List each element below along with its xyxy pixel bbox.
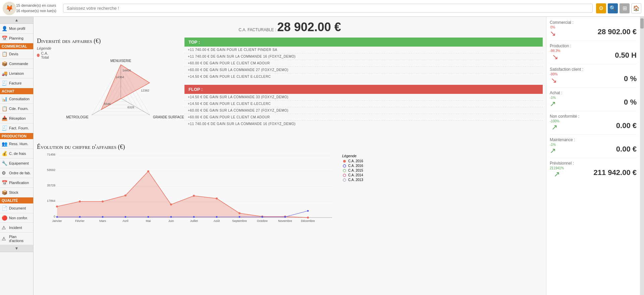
top-header: TOP : (184, 38, 543, 47)
sidebar-item-planification[interactable]: 📅 Planification (0, 178, 33, 188)
kpi-maintenance: Maintenance : -1% ↗ 0.00 € (550, 137, 637, 158)
kpi-production-trend: -98.3% ↘ (550, 49, 560, 61)
svg-point-37 (238, 212, 240, 214)
stock-icon: 📦 (2, 190, 8, 195)
svg-text:Septembre: Septembre (232, 219, 247, 223)
top-item-5: +14.50 € DE GAIN POUR LE CLIENT E-LECLER… (184, 73, 543, 80)
radar-legend-label: Légende (37, 46, 54, 50)
sidebar-label-stock: Stock (9, 190, 18, 194)
kpi-previsionnel-row: 211941% ↗ 211 942.00 € (550, 166, 637, 179)
kpi-production-pct: -98.3% (550, 49, 560, 53)
right-scrollbar[interactable] (640, 17, 644, 295)
sidebar-item-reception[interactable]: 📥 Réception (0, 114, 33, 123)
scrollbar-thumb[interactable] (640, 18, 644, 28)
legend-ca2015: C.A. 2015 (342, 169, 363, 172)
sidebar-item-equipement[interactable]: 🔧 Equipement (0, 159, 33, 168)
sidebar-item-ress-hum[interactable]: 👥 Ress. Hum. (0, 139, 33, 149)
sidebar-label-plan-actions: Plan d'actions (9, 235, 32, 243)
reception-icon: 📥 (2, 116, 8, 121)
sidebar-label-livraison: Livraison (9, 71, 24, 75)
kpi-achat-label: Achat : (550, 91, 637, 95)
sidebar-label-planification: Planification (9, 181, 29, 185)
svg-text:Avril: Avril (122, 219, 128, 223)
svg-point-48 (216, 216, 218, 218)
sidebar-label-equipement: Equipement (9, 161, 29, 165)
sidebar-item-cde-fournisseur[interactable]: 📋 Cde. Fourn. (0, 104, 33, 114)
svg-text:14400: 14400 (122, 69, 131, 72)
sidebar-item-incident[interactable]: ⚠ Incident (0, 223, 33, 233)
sidebar-item-profil[interactable]: 👤 Mon profil (0, 24, 33, 34)
sidebar-label-consultation: Consultation (9, 97, 30, 101)
equipement-icon: 🔧 (2, 161, 8, 166)
kpi-non-conformite-label: Non conformité : (550, 114, 637, 119)
notification-line1: 15 demande(s) en cours (16, 3, 56, 8)
svg-text:71456: 71456 (47, 153, 55, 156)
sidebar-item-non-conformite[interactable]: 🔴 Non confor. (0, 213, 33, 223)
svg-text:Février: Février (75, 219, 85, 223)
fact-fournisseur-icon: 🧾 (2, 125, 8, 131)
devis-icon: 📋 (2, 51, 8, 57)
search-area[interactable] (63, 4, 593, 13)
top-item-2: +11 740.00 € DE GAIN SUR LA COMMANDE 16 … (184, 53, 543, 60)
svg-point-49 (239, 216, 240, 218)
sidebar-scroll-up[interactable]: ▲ (0, 17, 33, 24)
sidebar-item-facture[interactable]: 🧾 Facture (0, 78, 33, 88)
kpi-production-value: 0.50 H (615, 51, 637, 60)
kpi-production-row: -98.3% ↘ 0.50 H (550, 49, 637, 61)
grid-icon[interactable]: ⊞ (620, 3, 630, 13)
svg-point-67 (343, 169, 346, 172)
kpi-panel: Commercial : 0% ↘ 28 902.00 € Production… (546, 17, 640, 295)
non-conformite-icon: 🔴 (2, 215, 8, 221)
kpi-satisfaction-arrow-icon: ↘ (551, 76, 557, 85)
sidebar-section-qualite: Qualité (0, 197, 33, 203)
svg-point-31 (102, 200, 104, 202)
search-input[interactable] (63, 4, 593, 13)
svg-point-50 (262, 216, 263, 218)
planification-icon: 📅 (2, 180, 8, 185)
svg-point-69 (343, 179, 346, 181)
svg-text:Mars: Mars (99, 219, 106, 223)
kpi-achat-value: 0 % (624, 98, 637, 107)
top-box: TOP : +11 740.00 € DE GAIN POUR LE CLIEN… (184, 38, 543, 80)
settings-icon[interactable]: ⚙ (596, 3, 606, 13)
svg-text:GRANDE SURFACE: GRANDE SURFACE (153, 115, 184, 119)
svg-text:Janvier: Janvier (52, 219, 62, 223)
incident-icon: ⚠ (2, 225, 8, 230)
ca-value: 28 902.00 € (277, 20, 341, 34)
sidebar-item-ordre-fab[interactable]: ⚙ Ordre de fab. (0, 168, 33, 178)
home-icon[interactable]: 🏠 (631, 3, 641, 13)
sidebar-item-livraison[interactable]: 🚚 Livraison (0, 69, 33, 78)
sidebar-item-consultation[interactable]: 📊 Consultation (0, 94, 33, 104)
sidebar-label-non-conformite: Non confor. (9, 216, 28, 220)
svg-point-36 (216, 197, 218, 199)
sidebar-item-c-de-frais[interactable]: 💰 C. de frais (0, 149, 33, 159)
line-chart-section: Évolution du chiffre d'affaires (€) 0 17… (37, 143, 543, 219)
flop-item-2: +14.50 € DE GAIN POUR LE CLIENT E-LECLER… (184, 101, 543, 107)
svg-point-35 (193, 195, 195, 197)
kpi-maintenance-arrow-icon: ↗ (550, 146, 556, 155)
sidebar-item-commande[interactable]: 📦 Commande (0, 59, 33, 69)
sidebar-item-planning[interactable]: 📅 Planning (0, 34, 33, 43)
search-icon[interactable]: 🔍 (608, 3, 618, 13)
radar-legend-item: C.A. Total (37, 51, 54, 59)
sidebar-item-stock[interactable]: 📦 Stock (0, 188, 33, 197)
svg-point-66 (343, 165, 346, 167)
notification-line2: 16 réponse(s) non lue(s) (16, 8, 56, 13)
radar-legend: Légende C.A. Total (37, 46, 54, 59)
svg-text:0: 0 (54, 215, 55, 218)
sidebar-label-profil: Mon profil (9, 26, 25, 31)
sidebar-scroll-down[interactable]: ▼ (0, 245, 33, 252)
header: 🦊 15 demande(s) en cours 16 réponse(s) n… (0, 0, 644, 17)
sidebar-label-c-de-frais: C. de frais (9, 152, 26, 156)
sidebar-item-fact-fournisseur[interactable]: 🧾 Fact. Fourn. (0, 123, 33, 133)
legend-label: Légende (342, 154, 363, 158)
sidebar-item-document[interactable]: 📄 Document (0, 203, 33, 213)
svg-text:17864: 17864 (47, 199, 55, 202)
sidebar-item-devis[interactable]: 📋 Devis (0, 49, 33, 59)
flop-item-4: +60.00 € DE GAIN POUR LE CLIENT CM ADOUR (184, 114, 543, 121)
sidebar-label-devis: Devis (9, 52, 18, 56)
kpi-previsionnel-arrow-icon: ↗ (554, 170, 560, 179)
svg-text:14364: 14364 (115, 75, 124, 79)
svg-point-41 (56, 216, 58, 218)
sidebar-item-plan-actions[interactable]: ⚠ Plan d'actions (0, 233, 33, 245)
